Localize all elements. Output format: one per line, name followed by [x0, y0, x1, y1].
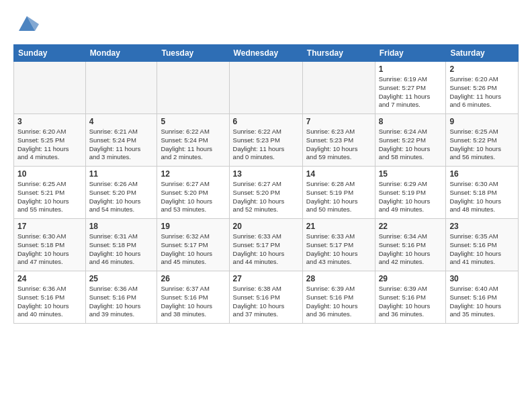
- day-cell: 17Sunrise: 6:30 AMSunset: 5:18 PMDayligh…: [14, 219, 86, 271]
- day-info: Sunrise: 6:31 AMSunset: 5:18 PMDaylight:…: [89, 232, 154, 267]
- header: [13, 11, 519, 36]
- day-cell: 2Sunrise: 6:20 AMSunset: 5:26 PMDaylight…: [446, 62, 519, 114]
- day-cell: 16Sunrise: 6:30 AMSunset: 5:18 PMDayligh…: [446, 167, 519, 219]
- day-number: 8: [379, 117, 443, 126]
- day-info: Sunrise: 6:40 AMSunset: 5:16 PMDaylight:…: [449, 285, 515, 319]
- col-header-tuesday: Tuesday: [157, 45, 229, 62]
- day-info: Sunrise: 6:36 AMSunset: 5:16 PMDaylight:…: [89, 285, 154, 319]
- day-number: 1: [379, 64, 443, 74]
- calendar-table: SundayMondayTuesdayWednesdayThursdayFrid…: [13, 44, 519, 324]
- day-info: Sunrise: 6:30 AMSunset: 5:18 PMDaylight:…: [17, 232, 82, 267]
- day-cell: [229, 62, 302, 114]
- day-info: Sunrise: 6:33 AMSunset: 5:17 PMDaylight:…: [306, 232, 371, 267]
- day-number: 22: [379, 222, 443, 231]
- day-cell: 11Sunrise: 6:26 AMSunset: 5:20 PMDayligh…: [85, 167, 157, 219]
- day-info: Sunrise: 6:23 AMSunset: 5:23 PMDaylight:…: [306, 128, 371, 162]
- day-number: 25: [89, 274, 154, 283]
- day-number: 18: [89, 222, 154, 231]
- day-number: 29: [379, 274, 443, 283]
- day-cell: 15Sunrise: 6:29 AMSunset: 5:19 PMDayligh…: [375, 167, 446, 219]
- day-number: 9: [449, 117, 515, 126]
- day-number: 26: [161, 274, 225, 283]
- day-number: 13: [233, 169, 299, 179]
- day-info: Sunrise: 6:33 AMSunset: 5:17 PMDaylight:…: [233, 232, 299, 267]
- day-info: Sunrise: 6:22 AMSunset: 5:24 PMDaylight:…: [161, 128, 225, 162]
- day-cell: 23Sunrise: 6:35 AMSunset: 5:16 PMDayligh…: [446, 219, 519, 271]
- day-cell: 19Sunrise: 6:32 AMSunset: 5:17 PMDayligh…: [157, 219, 229, 271]
- day-number: 19: [161, 222, 225, 231]
- day-number: 20: [233, 222, 299, 231]
- calendar-header: SundayMondayTuesdayWednesdayThursdayFrid…: [14, 45, 519, 62]
- col-header-sunday: Sunday: [14, 45, 86, 62]
- day-cell: 21Sunrise: 6:33 AMSunset: 5:17 PMDayligh…: [302, 219, 375, 271]
- day-cell: 24Sunrise: 6:36 AMSunset: 5:16 PMDayligh…: [14, 271, 86, 324]
- day-cell: 13Sunrise: 6:27 AMSunset: 5:20 PMDayligh…: [229, 167, 302, 219]
- day-cell: 12Sunrise: 6:27 AMSunset: 5:20 PMDayligh…: [157, 167, 229, 219]
- day-cell: 25Sunrise: 6:36 AMSunset: 5:16 PMDayligh…: [85, 271, 157, 324]
- col-header-friday: Friday: [375, 45, 446, 62]
- day-number: 12: [161, 169, 225, 179]
- day-cell: 22Sunrise: 6:34 AMSunset: 5:16 PMDayligh…: [375, 219, 446, 271]
- day-cell: 27Sunrise: 6:38 AMSunset: 5:16 PMDayligh…: [229, 271, 302, 324]
- day-cell: 14Sunrise: 6:28 AMSunset: 5:19 PMDayligh…: [302, 167, 375, 219]
- day-cell: 10Sunrise: 6:25 AMSunset: 5:21 PMDayligh…: [14, 167, 86, 219]
- day-number: 11: [89, 169, 154, 179]
- day-info: Sunrise: 6:21 AMSunset: 5:24 PMDaylight:…: [89, 128, 154, 162]
- col-header-saturday: Saturday: [446, 45, 519, 62]
- day-number: 28: [306, 274, 371, 283]
- day-info: Sunrise: 6:19 AMSunset: 5:27 PMDaylight:…: [379, 75, 443, 109]
- day-number: 10: [17, 169, 82, 179]
- day-info: Sunrise: 6:20 AMSunset: 5:25 PMDaylight:…: [17, 128, 82, 162]
- day-number: 7: [306, 117, 371, 126]
- day-cell: 29Sunrise: 6:39 AMSunset: 5:16 PMDayligh…: [375, 271, 446, 324]
- day-info: Sunrise: 6:32 AMSunset: 5:17 PMDaylight:…: [161, 232, 225, 267]
- day-cell: 6Sunrise: 6:22 AMSunset: 5:23 PMDaylight…: [229, 114, 302, 167]
- day-info: Sunrise: 6:28 AMSunset: 5:19 PMDaylight:…: [306, 180, 371, 214]
- day-info: Sunrise: 6:38 AMSunset: 5:16 PMDaylight:…: [233, 285, 299, 319]
- day-cell: [302, 62, 375, 114]
- logo-icon: [13, 11, 40, 36]
- week-row-5: 24Sunrise: 6:36 AMSunset: 5:16 PMDayligh…: [14, 271, 519, 324]
- col-header-wednesday: Wednesday: [229, 45, 302, 62]
- day-number: 15: [379, 169, 443, 179]
- day-cell: 4Sunrise: 6:21 AMSunset: 5:24 PMDaylight…: [85, 114, 157, 167]
- day-number: 30: [449, 274, 515, 283]
- day-info: Sunrise: 6:34 AMSunset: 5:16 PMDaylight:…: [379, 232, 443, 267]
- day-cell: 28Sunrise: 6:39 AMSunset: 5:16 PMDayligh…: [302, 271, 375, 324]
- day-number: 14: [306, 169, 371, 179]
- day-info: Sunrise: 6:36 AMSunset: 5:16 PMDaylight:…: [17, 285, 82, 319]
- day-info: Sunrise: 6:20 AMSunset: 5:26 PMDaylight:…: [449, 75, 515, 109]
- day-info: Sunrise: 6:25 AMSunset: 5:21 PMDaylight:…: [17, 180, 82, 214]
- day-number: 6: [233, 117, 299, 126]
- day-info: Sunrise: 6:24 AMSunset: 5:22 PMDaylight:…: [379, 128, 443, 162]
- week-row-2: 3Sunrise: 6:20 AMSunset: 5:25 PMDaylight…: [14, 114, 519, 167]
- day-cell: 1Sunrise: 6:19 AMSunset: 5:27 PMDaylight…: [375, 62, 446, 114]
- header-row: SundayMondayTuesdayWednesdayThursdayFrid…: [14, 45, 519, 62]
- day-info: Sunrise: 6:26 AMSunset: 5:20 PMDaylight:…: [89, 180, 154, 214]
- day-info: Sunrise: 6:29 AMSunset: 5:19 PMDaylight:…: [379, 180, 443, 214]
- logo: [13, 11, 43, 36]
- day-cell: 26Sunrise: 6:37 AMSunset: 5:16 PMDayligh…: [157, 271, 229, 324]
- day-info: Sunrise: 6:27 AMSunset: 5:20 PMDaylight:…: [161, 180, 225, 214]
- week-row-1: 1Sunrise: 6:19 AMSunset: 5:27 PMDaylight…: [14, 62, 519, 114]
- day-cell: [157, 62, 229, 114]
- day-info: Sunrise: 6:37 AMSunset: 5:16 PMDaylight:…: [161, 285, 225, 319]
- day-cell: 18Sunrise: 6:31 AMSunset: 5:18 PMDayligh…: [85, 219, 157, 271]
- day-cell: [85, 62, 157, 114]
- day-cell: 30Sunrise: 6:40 AMSunset: 5:16 PMDayligh…: [446, 271, 519, 324]
- day-cell: 7Sunrise: 6:23 AMSunset: 5:23 PMDaylight…: [302, 114, 375, 167]
- day-cell: [14, 62, 86, 114]
- day-number: 24: [17, 274, 82, 283]
- day-number: 5: [161, 117, 225, 126]
- day-number: 21: [306, 222, 371, 231]
- day-info: Sunrise: 6:39 AMSunset: 5:16 PMDaylight:…: [306, 285, 371, 319]
- day-info: Sunrise: 6:22 AMSunset: 5:23 PMDaylight:…: [233, 128, 299, 162]
- day-info: Sunrise: 6:35 AMSunset: 5:16 PMDaylight:…: [449, 232, 515, 267]
- day-cell: 3Sunrise: 6:20 AMSunset: 5:25 PMDaylight…: [14, 114, 86, 167]
- day-number: 3: [17, 117, 82, 126]
- day-cell: 8Sunrise: 6:24 AMSunset: 5:22 PMDaylight…: [375, 114, 446, 167]
- day-number: 23: [449, 222, 515, 231]
- day-cell: 9Sunrise: 6:25 AMSunset: 5:22 PMDaylight…: [446, 114, 519, 167]
- day-number: 16: [449, 169, 515, 179]
- week-row-4: 17Sunrise: 6:30 AMSunset: 5:18 PMDayligh…: [14, 219, 519, 271]
